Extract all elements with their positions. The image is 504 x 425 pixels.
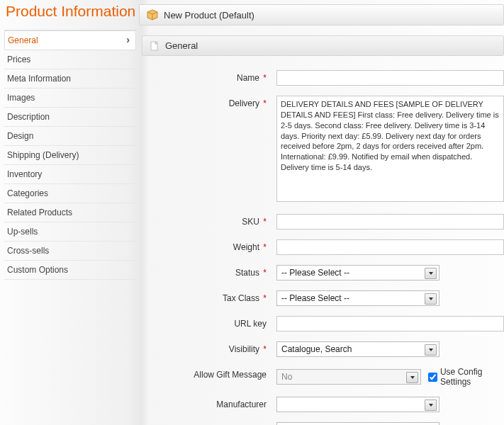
label-visibility: Visibility * [142,341,276,354]
sidebar-item-prices[interactable]: Prices [4,50,136,69]
label-allow-gift: Allow Gift Message [142,367,276,380]
delivery-textarea[interactable] [276,96,504,202]
section-header-bar: General [142,35,504,56]
sidebar-item-up-sells[interactable]: Up-sells [4,222,136,242]
sidebar-item-images[interactable]: Images [4,89,136,108]
label-tax-class: Tax Class * [142,290,276,303]
main-panel: New Product (Default) General Name * Del… [142,4,504,425]
use-config-label: Use Config Settings [440,367,504,387]
sidebar-item-related-products[interactable]: Related Products [4,203,136,222]
sidebar-item-meta-information[interactable]: Meta Information [4,69,136,89]
label-manufacturer: Manufacturer [142,397,276,409]
url-key-input[interactable] [276,316,504,332]
label-colour: Colour [142,422,276,425]
form: Name * Delivery * SKU * Weight * Status … [142,70,504,425]
sidebar-item-design[interactable]: Design [4,127,136,146]
tax-class-select[interactable]: -- Please Select -- [276,290,439,306]
sku-input[interactable] [276,214,504,230]
sidebar-item-cross-sells[interactable]: Cross-sells [4,242,136,261]
sidebar: Product Information General Prices Meta … [0,0,140,280]
status-select[interactable]: -- Please Select -- [276,265,439,280]
allow-gift-select[interactable]: No [276,369,421,385]
section-title: General [165,40,198,51]
sidebar-item-custom-options[interactable]: Custom Options [4,261,136,280]
label-status: Status * [142,265,276,278]
sidebar-nav: General Prices Meta Information Images D… [4,30,136,280]
label-delivery: Delivery * [142,96,276,108]
sidebar-item-general[interactable]: General [4,30,136,50]
name-input[interactable] [276,70,504,86]
sidebar-item-shipping[interactable]: Shipping (Delivery) [4,146,136,165]
visibility-select[interactable]: Catalogue, Search [276,341,439,357]
manufacturer-select[interactable] [276,397,439,412]
sidebar-item-categories[interactable]: Categories [4,184,136,203]
document-icon [150,41,159,51]
colour-select[interactable] [276,422,439,425]
sidebar-title: Product Information [4,3,136,20]
package-icon [147,9,158,21]
weight-input[interactable] [276,239,504,255]
label-weight: Weight * [142,239,276,252]
sidebar-item-inventory[interactable]: Inventory [4,165,136,184]
sidebar-item-description[interactable]: Description [4,108,136,127]
label-url-key: URL key [142,316,276,329]
label-name: Name * [142,70,276,83]
label-sku: SKU * [142,214,276,227]
page-title: New Product (Default) [164,10,254,21]
use-config-row: Use Config Settings [428,367,504,387]
page-header-bar: New Product (Default) [139,4,504,26]
use-config-checkbox[interactable] [428,373,437,382]
